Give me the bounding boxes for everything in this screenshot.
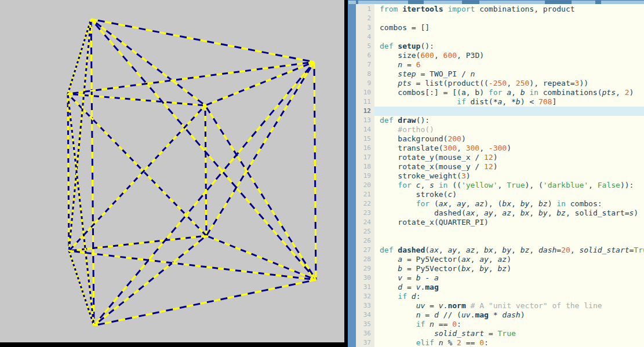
line-number: 24: [356, 218, 374, 227]
code-token: [380, 320, 416, 328]
code-token: =: [420, 311, 434, 319]
code-token: az: [466, 246, 475, 254]
code-token: dash: [539, 246, 556, 254]
code-token: 20: [561, 246, 570, 254]
code-token: step: [398, 70, 416, 78]
code-token: [380, 338, 416, 347]
code-token: in: [556, 199, 566, 208]
code-token: ): [466, 171, 471, 180]
code-token: ,: [507, 79, 516, 87]
code-line[interactable]: a = Py5Vector(ax, ay, az): [374, 255, 644, 264]
code-token: [380, 301, 416, 310]
code-token: 12: [484, 162, 493, 171]
line-number: 1: [356, 5, 374, 14]
code-token: def: [380, 116, 393, 125]
code-token: 12: [484, 153, 493, 162]
code-token: combos = []: [380, 23, 430, 32]
code-token: 2: [625, 88, 630, 97]
code-line[interactable]: b = Py5Vector(bx, by, bz): [374, 264, 644, 273]
code-token: [425, 320, 430, 328]
code-line[interactable]: translate(300, 300, -300): [374, 144, 644, 153]
code-line[interactable]: if n == 0:: [374, 320, 644, 329]
code-token: bz: [556, 209, 566, 217]
code-token: = TWO_PI /: [416, 70, 471, 78]
code-line[interactable]: combos = []: [374, 23, 644, 32]
code-line[interactable]: rotate_y(mouse_x / 12): [374, 153, 644, 162]
code-token: =: [402, 60, 416, 69]
code-line[interactable]: dashed(ax, ay, az, bx, by, bz, solid_sta…: [374, 209, 644, 218]
line-number: 17: [356, 153, 374, 162]
code-token: ==: [461, 338, 479, 347]
code-token: ,: [471, 255, 480, 264]
code-token: def: [380, 42, 393, 50]
code-token: stroke(: [380, 190, 447, 199]
code-token: #ortho(): [398, 125, 434, 134]
line-number: 35: [356, 320, 374, 329]
code-line[interactable]: #ortho(): [374, 125, 644, 134]
code-token: ax: [466, 209, 475, 217]
code-token: dist(*: [466, 97, 498, 106]
tab-strip[interactable]: [348, 0, 644, 4]
code-token: [380, 311, 416, 319]
code-line[interactable]: if dist(*a, *b) < 708]: [374, 97, 644, 107]
code-line[interactable]: combos[:] = [(a, b) for a, b in combinat…: [374, 88, 644, 97]
code-token: bz: [521, 246, 530, 254]
code-line[interactable]: size(600, 600, P3D): [374, 51, 644, 60]
code-token: ay: [457, 199, 466, 208]
code-token: v: [398, 273, 402, 282]
code-line[interactable]: d = v.mag: [374, 283, 644, 292]
code-line[interactable]: def draw():: [374, 116, 644, 125]
code-token: s: [430, 181, 434, 189]
code-line[interactable]: pts = list(product((-250, 250), repeat=3…: [374, 79, 644, 88]
code-token: combinations, product: [475, 5, 574, 13]
code-line[interactable]: [374, 227, 644, 236]
code-line[interactable]: elif n % 2 == 0:: [374, 338, 644, 347]
code-line[interactable]: n = d // (uv.mag * dash): [374, 311, 644, 320]
code-line[interactable]: if d:: [374, 292, 644, 301]
code-token: solid_start: [434, 329, 484, 338]
code-line[interactable]: for (ax, ay, az), (bx, by, bz) in combos…: [374, 199, 644, 209]
line-number: 31: [356, 283, 374, 292]
code-token: ,: [511, 88, 521, 97]
line-number: 33: [356, 301, 374, 311]
code-line[interactable]: rotate_x(QUARTER_PI): [374, 218, 644, 227]
code-line[interactable]: uv = v.norm # A "unit vector" of the lin…: [374, 301, 644, 311]
code-token: bx: [484, 246, 493, 254]
code-line[interactable]: [374, 236, 644, 246]
code-token: b: [398, 264, 402, 273]
code-token: az: [475, 199, 484, 208]
code-token: False: [598, 181, 620, 189]
code-line[interactable]: n = 6: [374, 60, 644, 70]
code-line[interactable]: [374, 107, 644, 116]
code-line[interactable]: [374, 14, 644, 23]
code-line[interactable]: [374, 32, 644, 42]
code-token: ==: [434, 320, 452, 328]
code-token: // (: [439, 311, 461, 319]
code-line[interactable]: stroke_weight(3): [374, 171, 644, 181]
code-line[interactable]: def dashed(ax, ay, az, bx, by, bz, dash=…: [374, 246, 644, 255]
code-token: n: [430, 320, 434, 328]
code-token: 3: [461, 171, 466, 180]
code-line[interactable]: solid_start = True: [374, 329, 644, 338]
line-number: 5: [356, 42, 374, 51]
code-line[interactable]: for c, s in (('yellow', True), ('darkblu…: [374, 181, 644, 190]
line-number: 8: [356, 70, 374, 79]
code-line[interactable]: from itertools import combinations, prod…: [374, 5, 644, 14]
code-token: 200: [447, 134, 461, 143]
code-token: bx: [502, 199, 511, 208]
code-line[interactable]: rotate_x(mouse_y / 12): [374, 162, 644, 171]
code-token: ,: [457, 144, 466, 152]
code-line[interactable]: v = b - a: [374, 273, 644, 283]
code-line[interactable]: background(200): [374, 134, 644, 144]
editor-scrollbar[interactable]: [348, 0, 356, 347]
code-line[interactable]: stroke(c): [374, 190, 644, 199]
code-token: [380, 264, 398, 273]
code-token: ,: [489, 264, 498, 273]
code-line[interactable]: step = TWO_PI / n: [374, 70, 644, 79]
code-editor[interactable]: 1234567891011121314151617181920212223242…: [348, 0, 644, 347]
code-token: [502, 88, 507, 97]
code-line[interactable]: def setup():: [374, 42, 644, 51]
code-token: [398, 5, 402, 13]
code-token: dashed: [398, 246, 425, 254]
code-area[interactable]: from itertools import combinations, prod…: [374, 4, 644, 347]
